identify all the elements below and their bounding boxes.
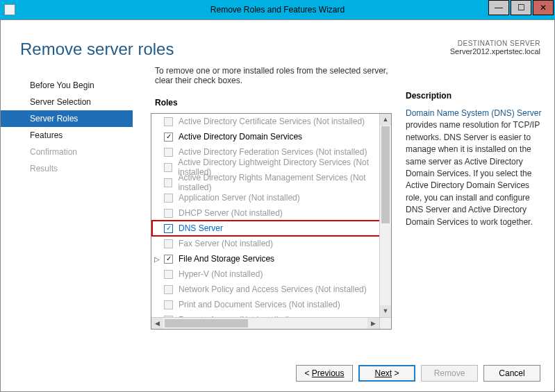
role-label: Active Directory Rights Management Servi… [178,173,391,192]
role-checkbox[interactable]: ✓ [164,255,173,264]
description-text: Domain Name System (DNS) Server provides… [406,108,545,228]
window-body: Remove server roles DESTINATION SERVER S… [0,19,555,392]
role-label: Network Policy and Access Services (Not … [179,284,367,294]
window-title: Remove Roles and Features Wizard [210,5,345,15]
scroll-down-icon[interactable]: ▼ [380,305,391,317]
role-row: Remote Access (Not installed) [151,312,391,317]
role-label: DHCP Server (Not installed) [179,208,283,218]
role-label: File And Storage Services [179,254,274,264]
role-row: Print and Document Services (Not install… [151,297,391,312]
role-row: DHCP Server (Not installed) [151,205,391,221]
role-checkbox [164,163,172,172]
description-body: provides name resolution for TCP/IP netw… [406,120,540,226]
role-checkbox [164,239,173,248]
role-label: Print and Document Services (Not install… [179,300,340,309]
vertical-scrollbar[interactable]: ▲ ▼ [379,114,391,317]
description-title: Domain Name System (DNS) Server [406,108,541,118]
role-row: Active Directory Certificate Services (N… [151,114,391,129]
role-checkbox [164,300,173,309]
role-checkbox [164,270,173,279]
roles-heading: Roles [151,98,392,108]
roles-list[interactable]: Active Directory Certificate Services (N… [151,114,391,317]
scroll-up-icon[interactable]: ▲ [380,114,391,126]
scroll-right-icon[interactable]: ▶ [367,318,379,329]
role-label: Active Directory Domain Services [179,132,302,142]
role-row[interactable]: ✓DNS Server [151,220,384,237]
role-row: Network Policy and Access Services (Not … [151,282,391,297]
role-label: DNS Server [179,223,223,233]
role-checkbox[interactable]: ✓ [164,224,173,233]
destination-label: DESTINATION SERVER [450,40,540,47]
h-scroll-track[interactable] [163,318,367,329]
maximize-button[interactable]: ☐ [511,0,531,15]
h-scroll-thumb[interactable] [165,319,248,327]
description-heading: Description [406,91,545,101]
destination-server: Server2012.xpertstec.local [450,47,540,56]
instruction-text: To remove one or more installed roles fr… [151,66,392,85]
role-row: Hyper-V (Not installed) [151,266,391,282]
role-label: Active Directory Certificate Services (N… [179,117,365,126]
minimize-icon: — [495,3,503,12]
role-row: Application Server (Not installed) [151,190,391,205]
role-checkbox [164,178,172,187]
button-row: < Previous Next > Remove Cancel [1,355,554,391]
role-checkbox [164,194,173,203]
app-icon [4,4,15,15]
role-label: Application Server (Not installed) [179,193,300,203]
role-row: Active Directory Rights Management Servi… [151,175,391,190]
role-label: Fax Server (Not installed) [179,239,273,248]
maximize-icon: ☐ [517,3,525,12]
close-button[interactable]: ✕ [533,0,554,15]
role-checkbox [164,209,173,218]
scroll-thumb[interactable] [381,126,390,223]
role-checkbox [164,285,173,294]
content: Before You Begin Server Selection Server… [1,65,554,355]
nav-server-selection[interactable]: Server Selection [1,94,133,110]
remove-button: Remove [421,365,478,382]
destination-block: DESTINATION SERVER Server2012.xpertstec.… [450,40,540,56]
header: Remove server roles DESTINATION SERVER S… [1,20,554,65]
close-icon: ✕ [540,3,547,12]
role-checkbox [164,117,173,126]
role-label: Hyper-V (Not installed) [179,269,263,279]
previous-button[interactable]: < Previous [296,365,353,382]
role-row[interactable]: ✓Active Directory Domain Services [151,129,391,144]
horizontal-scrollbar[interactable]: ◀ ▶ [151,317,391,329]
minimize-button[interactable]: — [488,0,509,15]
titlebar: Remove Roles and Features Wizard — ☐ ✕ [0,0,555,19]
role-label: Active Directory Federation Services (No… [179,147,367,157]
nav-results: Results [1,160,133,177]
nav-confirmation: Confirmation [1,144,133,160]
main-panel: To remove one or more installed roles fr… [133,65,401,355]
expand-icon[interactable]: ▷ [153,255,161,263]
next-button[interactable]: Next > [358,365,415,382]
scroll-corner [379,318,391,329]
role-row[interactable]: ▷✓File And Storage Services [151,251,391,266]
cancel-button[interactable]: Cancel [483,365,540,382]
wizard-nav: Before You Begin Server Selection Server… [1,65,133,355]
nav-before-you-begin[interactable]: Before You Begin [1,77,133,94]
scroll-left-icon[interactable]: ◀ [151,318,163,329]
role-checkbox[interactable]: ✓ [164,133,173,142]
nav-server-roles[interactable]: Server Roles [1,110,133,127]
role-checkbox [164,148,173,157]
role-row: Fax Server (Not installed) [151,236,391,251]
page-title: Remove server roles [20,40,174,59]
window-controls: — ☐ ✕ [488,0,555,19]
description-panel: Description Domain Name System (DNS) Ser… [401,65,547,355]
nav-features[interactable]: Features [1,127,133,144]
roles-listbox: Active Directory Certificate Services (N… [151,113,392,330]
